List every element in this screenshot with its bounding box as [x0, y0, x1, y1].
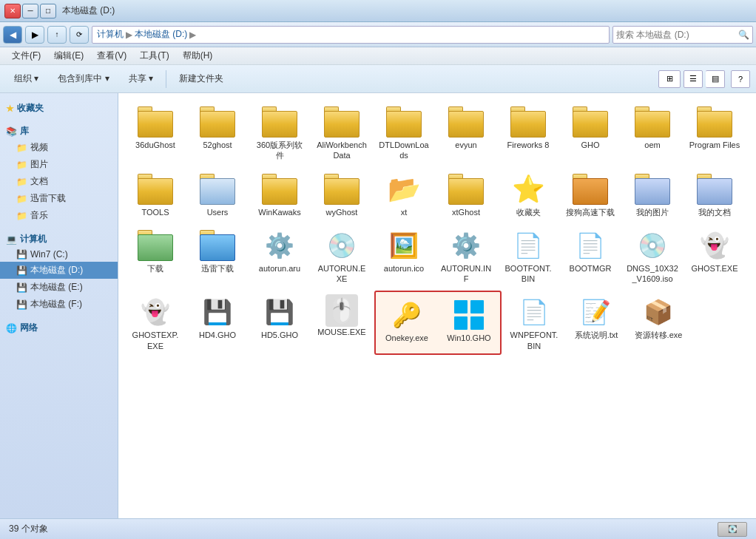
toolbar: 组织 ▾ 包含到库中 ▾ 共享 ▾ 新建文件夹 ⊞ ☰ ▤ ? — [0, 65, 756, 93]
file-item-wnpefont[interactable]: 📄 WNPEFONT.BIN — [504, 291, 564, 355]
menu-file[interactable]: 文件(F) — [6, 48, 47, 64]
organize-button[interactable]: 组织 ▾ — [6, 68, 47, 90]
selection-group: 🔑 Onekey.exe Win10.GHO — [374, 291, 502, 355]
file-item-dngs[interactable]: 💿 DNGS_10X32_V1609.iso — [623, 224, 682, 288]
sidebar-item-music[interactable]: 📁 音乐 — [0, 207, 118, 224]
search-icon[interactable]: 🔍 — [738, 30, 749, 40]
file-item-mouse[interactable]: 🖱️ MOUSE.EXE — [312, 291, 371, 355]
file-item-evyun[interactable]: evyun — [436, 101, 496, 165]
file-name-onekey: Onekey.exe — [385, 333, 428, 343]
file-item-fireworks[interactable]: Fireworks 8 — [499, 101, 558, 165]
view-list-button[interactable]: ☰ — [684, 70, 703, 88]
file-name-xunlei-folder: 迅雷下载 — [201, 263, 234, 274]
file-item-users[interactable]: Users — [188, 168, 247, 221]
file-item-download[interactable]: 下载 — [126, 224, 185, 288]
file-item-onekey[interactable]: 🔑 Onekey.exe — [377, 294, 436, 352]
file-item-xt[interactable]: 📂 xt — [374, 168, 433, 221]
up-button[interactable]: ↑ — [47, 26, 67, 44]
folder-icon-programfiles — [697, 104, 732, 140]
file-item-hd5gho[interactable]: 💾 HD5.GHO — [250, 291, 309, 355]
close-button[interactable]: ✕ — [4, 4, 21, 18]
file-item-52ghost[interactable]: 52ghost — [188, 101, 247, 165]
sidebar: ★ 收藏夹 📚 库 📁 视频 📁 图片 📁 文档 📁 迅雷下载 📁 音乐 — [0, 93, 118, 518]
sidebar-drive-d[interactable]: 💾 本地磁盘 (D:) — [0, 262, 118, 279]
sidebar-network[interactable]: 🌐 网络 — [0, 319, 118, 336]
file-name-52ghost: 52ghost — [203, 140, 232, 150]
file-grid[interactable]: 36duGhost 52ghost 360版系列软件 AliWorkbe­nch… — [118, 93, 756, 518]
icon-readme: 📝 — [578, 294, 614, 330]
file-item-autorun-exe[interactable]: 💿 AUTORUN.EXE — [312, 224, 371, 288]
file-item-autorun-inf[interactable]: ⚙️ AUTORUN.INF — [436, 224, 496, 288]
address-bar: ◀ ▶ ↑ ⟳ 计算机 ▶ 本地磁盘 (D:) ▶ 🔍 — [0, 22, 756, 47]
file-item-hd4gho[interactable]: 💾 HD4.GHO — [188, 291, 247, 355]
icon-wnpefont: 📄 — [516, 294, 552, 330]
file-item-winkawaks[interactable]: WinKawaks — [250, 168, 309, 221]
file-item-transfer[interactable]: 📦 资源转移.exe — [629, 291, 688, 355]
breadcrumb-drive[interactable]: 本地磁盘 (D:) — [135, 28, 187, 41]
view-icon-button[interactable]: ⊞ — [658, 70, 681, 88]
file-item-xtghost[interactable]: xtGhost — [436, 168, 496, 221]
menu-view[interactable]: 查看(V) — [91, 48, 132, 64]
minimize-button[interactable]: ─ — [22, 4, 38, 18]
file-item-ghostexp[interactable]: 👻 GHOSTEXP.EXE — [126, 291, 185, 355]
maximize-button[interactable]: □ — [40, 4, 56, 18]
sidebar-drive-f[interactable]: 💾 本地磁盘 (F:) — [0, 296, 118, 313]
file-name-bootmgr: BOOTMGR — [570, 263, 612, 274]
sidebar-library[interactable]: 📚 库 — [0, 122, 118, 139]
sidebar-drive-e[interactable]: 💾 本地磁盘 (E:) — [0, 279, 118, 296]
file-item-win10gho[interactable]: Win10.GHO — [439, 294, 499, 352]
file-item-dtl[interactable]: DTLDownLoads — [374, 101, 433, 165]
sidebar-item-video[interactable]: 📁 视频 — [0, 139, 118, 156]
breadcrumb-computer[interactable]: 计算机 — [97, 28, 124, 41]
sidebar-drive-c[interactable]: 💾 Win7 (C:) — [0, 247, 118, 262]
search-input[interactable] — [616, 30, 738, 40]
icon-hd5gho: 💾 — [262, 294, 297, 330]
file-item-mypicture[interactable]: 我的图片 — [623, 168, 682, 221]
back-button[interactable]: ◀ — [3, 26, 22, 44]
icon-dngs: 💿 — [635, 228, 670, 263]
file-item-readme[interactable]: 📝 系统说明.txt — [567, 291, 626, 355]
menu-edit[interactable]: 编辑(E) — [48, 48, 90, 64]
sidebar-computer[interactable]: 💻 计算机 — [0, 230, 118, 247]
share-button[interactable]: 共享 ▾ — [121, 68, 161, 90]
sidebar-favorites[interactable]: ★ 收藏夹 — [0, 99, 118, 116]
file-name-transfer: 资源转移.exe — [635, 330, 683, 340]
file-item-favorites[interactable]: ⭐ 收藏夹 — [499, 168, 558, 221]
file-name-dngs: DNGS_10X32_V1609.iso — [627, 263, 678, 285]
file-item-bootfont[interactable]: 📄 BOOTFONT.BIN — [499, 224, 558, 288]
view-help-button[interactable]: ? — [731, 70, 750, 88]
file-item-tools[interactable]: TOOLS — [126, 168, 185, 221]
file-item-bootmgr[interactable]: 📄 BOOTMGR — [561, 224, 620, 288]
refresh-button[interactable]: ⟳ — [70, 26, 89, 44]
sidebar-item-xunlei[interactable]: 📁 迅雷下载 — [0, 190, 118, 207]
file-item-36dughost[interactable]: 36duGhost — [126, 101, 185, 165]
folder-icon-dtl — [386, 104, 422, 140]
breadcrumb-sep1: ▶ — [126, 30, 132, 40]
file-item-mydoc[interactable]: 我的文档 — [685, 168, 744, 221]
title-bar-left: ✕ ─ □ — [4, 4, 56, 18]
file-item-xunlei-folder[interactable]: 迅雷下载 — [188, 224, 247, 288]
file-item-autorun-aru[interactable]: ⚙️ autorun.aru — [250, 224, 309, 288]
menu-tools[interactable]: 工具(T) — [134, 48, 175, 64]
forward-button[interactable]: ▶ — [25, 26, 44, 44]
file-item-programfiles[interactable]: Program Files — [685, 101, 744, 165]
file-item-360[interactable]: 360版系列软件 — [250, 101, 309, 165]
file-item-ghost-exe[interactable]: 👻 GHOST.EXE — [685, 224, 744, 288]
view-detail-button[interactable]: ▤ — [706, 70, 725, 88]
search-box[interactable]: 🔍 — [612, 26, 753, 44]
sidebar-item-picture[interactable]: 📁 图片 — [0, 156, 118, 173]
file-item-gho[interactable]: GHO — [561, 101, 620, 165]
file-item-ali[interactable]: AliWorkbe­nchData — [312, 101, 371, 165]
sidebar-item-document[interactable]: 📁 文档 — [0, 173, 118, 190]
file-item-autorun-ico[interactable]: 🖼️ autorun.ico — [374, 224, 433, 288]
new-folder-button[interactable]: 新建文件夹 — [171, 68, 232, 90]
svg-rect-2 — [454, 316, 468, 330]
breadcrumb[interactable]: 计算机 ▶ 本地磁盘 (D:) ▶ — [92, 26, 610, 44]
file-item-sougou[interactable]: 搜狗高速下载 — [561, 168, 620, 221]
file-name-programfiles: Program Files — [689, 140, 740, 150]
file-item-wyghost[interactable]: wyGhost — [312, 168, 371, 221]
main-area: ★ 收藏夹 📚 库 📁 视频 📁 图片 📁 文档 📁 迅雷下载 📁 音乐 — [0, 93, 756, 518]
menu-help[interactable]: 帮助(H) — [177, 48, 219, 64]
include-library-button[interactable]: 包含到库中 ▾ — [50, 68, 117, 90]
file-item-oem[interactable]: oem — [623, 101, 682, 165]
